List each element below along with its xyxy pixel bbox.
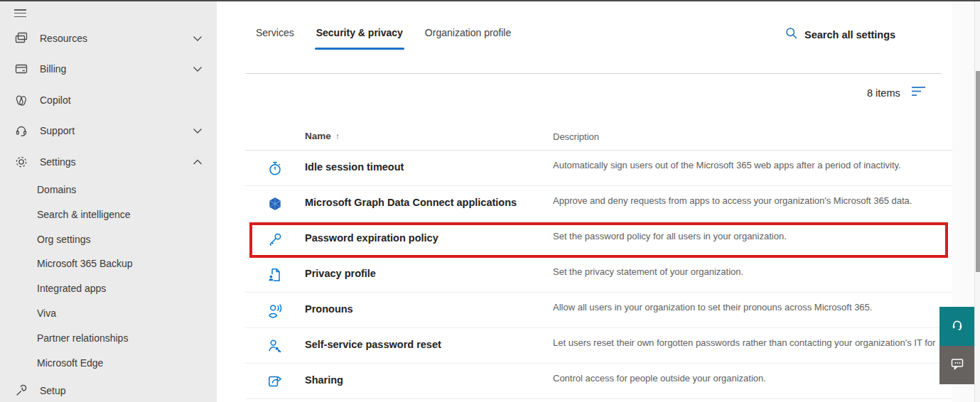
window-top-border <box>0 0 980 1</box>
sidebar-item-org-settings[interactable]: Org settings <box>37 229 200 249</box>
headset-icon <box>950 318 964 335</box>
column-header-name[interactable]: Name↑ <box>305 131 340 141</box>
sidebar-item-settings[interactable]: Settings <box>14 151 203 173</box>
main-content: Services Security & privacy Organization… <box>217 0 952 402</box>
sidebar-item-label: Setup <box>40 385 66 396</box>
sidebar-item-label: Billing <box>40 63 66 75</box>
setting-name[interactable]: Password expiration policy <box>305 232 438 244</box>
setting-name[interactable]: Self-service password reset <box>305 339 441 350</box>
sidebar-item-microsoft-edge[interactable]: Microsoft Edge <box>37 353 200 373</box>
wrench-icon <box>14 384 28 398</box>
column-name-label: Name <box>305 131 331 141</box>
setting-description: Automatically sign users out of the Micr… <box>553 160 951 170</box>
search-all-settings-label: Search all settings <box>804 29 895 40</box>
table-row-idle-session-timeout[interactable]: Idle session timeout Automatically sign … <box>245 151 956 186</box>
chevron-up-icon[interactable] <box>193 159 203 165</box>
sidebar-item-copilot[interactable]: Copilot <box>14 89 203 111</box>
feedback-button[interactable] <box>939 346 974 384</box>
pronouns-icon <box>266 302 284 319</box>
sidebar-sub-label: Org settings <box>37 234 90 245</box>
chevron-down-icon[interactable] <box>193 66 203 72</box>
table-row-privacy-profile[interactable]: Privacy profile Set the privacy statemen… <box>245 257 956 293</box>
sidebar-item-label: Settings <box>40 156 76 168</box>
tab-label: Organization profile <box>425 27 511 38</box>
tab-services[interactable]: Services <box>256 21 294 48</box>
help-button[interactable] <box>939 307 974 346</box>
sidebar-sub-label: Domains <box>37 184 76 195</box>
sidebar-item-integrated-apps[interactable]: Integrated apps <box>37 278 200 298</box>
chevron-down-icon[interactable] <box>193 36 203 42</box>
column-header-description[interactable]: Description <box>553 131 599 142</box>
tab-label: Services <box>256 27 294 38</box>
table-header: Name↑ Description <box>245 128 956 151</box>
billing-icon <box>14 62 28 76</box>
table-row-sharing[interactable]: Sharing Control access for people outsid… <box>245 364 956 399</box>
setting-description: Control access for people outside your o… <box>553 373 951 384</box>
tab-organization-profile[interactable]: Organization profile <box>425 21 511 48</box>
copilot-icon <box>14 93 28 107</box>
setting-description: Set the password policy for all users in… <box>553 231 951 241</box>
vertical-scrollbar-thumb[interactable] <box>976 71 980 272</box>
chat-icon <box>950 357 964 374</box>
privacy-profile-icon <box>266 266 284 283</box>
hamburger-icon[interactable] <box>14 9 26 18</box>
sidebar-sub-label: Integrated apps <box>37 283 106 294</box>
graph-icon <box>266 195 284 212</box>
item-count-bar: 8 items <box>867 86 926 99</box>
sidebar-item-label: Copilot <box>40 94 71 106</box>
stopwatch-icon <box>266 160 284 177</box>
sort-ascending-icon: ↑ <box>335 131 340 141</box>
table-row-self-service-password-reset[interactable]: Self-service password reset Let users re… <box>245 328 956 364</box>
support-icon <box>14 124 28 138</box>
table-row-pronouns[interactable]: Pronouns Allow all users in your organiz… <box>245 293 956 328</box>
setting-description: Set the privacy statement of your organi… <box>553 266 951 277</box>
sidebar-item-label: Support <box>40 125 75 136</box>
setting-name[interactable]: Privacy profile <box>305 268 376 279</box>
sidebar-item-microsoft-365-backup[interactable]: Microsoft 365 Backup <box>37 254 200 273</box>
sidebar-item-partner-relationships[interactable]: Partner relationships <box>37 328 200 348</box>
search-all-settings-button[interactable]: Search all settings <box>785 27 895 43</box>
tab-security-privacy[interactable]: Security & privacy <box>316 21 403 48</box>
sidebar-item-setup[interactable]: Setup <box>14 380 203 401</box>
setting-description: Let users reset their own forgotten pass… <box>553 337 951 348</box>
item-count: 8 items <box>867 87 900 99</box>
share-icon <box>266 373 284 390</box>
sidebar-item-billing[interactable]: Billing <box>14 58 203 80</box>
setting-description: Approve and deny requests from apps to a… <box>553 195 951 206</box>
table-row-graph-data-connect[interactable]: Microsoft Graph Data Connect application… <box>245 186 956 222</box>
setting-name[interactable]: Idle session timeout <box>305 161 404 173</box>
sidebar-item-label: Resources <box>40 33 87 44</box>
person-key-icon <box>266 337 284 354</box>
setting-name[interactable]: Sharing <box>305 374 343 386</box>
setting-name[interactable]: Microsoft Graph Data Connect application… <box>305 197 517 208</box>
sidebar-item-search-intelligence[interactable]: Search & intelligence <box>37 205 200 224</box>
sidebar-sub-label: Partner relationships <box>37 332 128 344</box>
sidebar-sub-label: Search & intelligence <box>37 209 131 220</box>
resources-icon <box>14 31 28 45</box>
chevron-down-icon[interactable] <box>193 128 203 134</box>
table-row-password-expiration-policy[interactable]: Password expiration policy Set the passw… <box>245 222 956 257</box>
sidebar-item-viva[interactable]: Viva <box>37 303 200 323</box>
filter-icon[interactable] <box>911 86 926 99</box>
sidebar-item-domains[interactable]: Domains <box>37 180 200 200</box>
settings-table: Idle session timeout Automatically sign … <box>245 151 956 399</box>
divider <box>245 73 942 74</box>
sidebar-sub-label: Microsoft Edge <box>37 357 103 369</box>
sidebar-sub-label: Viva <box>37 308 56 319</box>
sidebar-item-support[interactable]: Support <box>14 120 203 141</box>
gear-icon <box>14 155 28 169</box>
setting-name[interactable]: Pronouns <box>305 303 353 315</box>
tab-bar: Services Security & privacy Organization… <box>256 21 511 48</box>
setting-description: Allow all users in your organization to … <box>553 302 951 313</box>
sidebar: Resources Billing Copilot Support Set <box>0 0 217 402</box>
key-icon <box>266 231 284 248</box>
sidebar-sub-label: Microsoft 365 Backup <box>37 258 133 269</box>
tab-label: Security & privacy <box>316 27 403 38</box>
search-icon <box>785 27 798 43</box>
vertical-scrollbar-track[interactable] <box>974 0 980 402</box>
sidebar-item-resources[interactable]: Resources <box>14 28 203 49</box>
